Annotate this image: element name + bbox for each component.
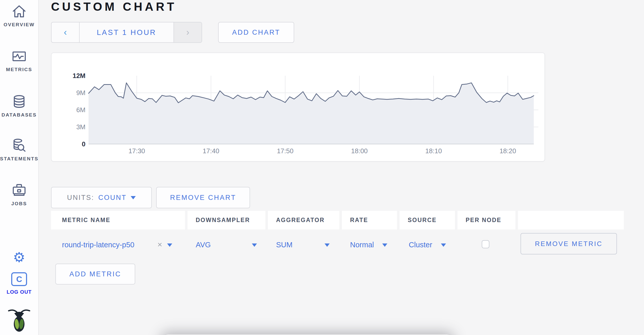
time-range-selector: ‹ LAST 1 HOUR ›: [51, 22, 202, 43]
svg-text:17:50: 17:50: [277, 147, 293, 155]
column-header-per-node: PER NODE: [457, 211, 515, 229]
sidebar-item-jobs[interactable]: JOBS: [0, 183, 38, 207]
svg-text:3M: 3M: [76, 123, 85, 131]
svg-text:18:20: 18:20: [500, 147, 516, 155]
main-content: CUSTOM CHART ‹ LAST 1 HOUR › ADD CHART 0…: [39, 0, 644, 335]
rate-chevron-down-icon[interactable]: [382, 243, 387, 247]
cockroach-bug-logo: [0, 307, 38, 333]
cockroach-bug-icon: [8, 307, 31, 333]
sidebar-item-logout[interactable]: C LOG OUT: [0, 272, 38, 295]
svg-text:9M: 9M: [76, 89, 85, 97]
svg-text:6M: 6M: [76, 106, 85, 114]
jobs-icon: [11, 183, 27, 198]
time-range-next-button[interactable]: ›: [174, 22, 202, 42]
time-range-label[interactable]: LAST 1 HOUR: [80, 22, 174, 42]
column-header-metric-name: METRIC NAME: [51, 211, 185, 229]
units-dropdown[interactable]: UNITS: COUNT: [51, 187, 152, 208]
statements-icon: [11, 138, 27, 153]
gear-icon: ⚙: [0, 250, 38, 264]
units-selected-value: COUNT: [98, 194, 127, 202]
home-icon: [11, 4, 27, 19]
time-range-prev-button[interactable]: ‹: [52, 22, 80, 42]
sidebar-item-databases[interactable]: DATABASES: [0, 94, 38, 118]
column-header-aggregator: AGGREGATOR: [268, 211, 339, 229]
column-header-actions: [518, 211, 624, 229]
sidebar-item-label: METRICS: [0, 67, 38, 72]
sidebar-item-label: OVERVIEW: [0, 22, 38, 28]
clear-metric-icon[interactable]: ×: [157, 240, 162, 249]
cockroach-c-logo-icon: C: [11, 272, 27, 286]
sidebar-item-label: STATEMENTS: [0, 156, 38, 162]
sidebar-item-label: JOBS: [0, 201, 38, 207]
chevron-down-icon: [131, 196, 136, 199]
svg-text:18:00: 18:00: [351, 147, 368, 155]
sidebar-item-metrics[interactable]: METRICS: [0, 48, 38, 72]
column-header-source: SOURCE: [400, 211, 455, 229]
source-chevron-down-icon[interactable]: [441, 243, 446, 247]
column-header-rate: RATE: [342, 211, 397, 229]
svg-text:0: 0: [82, 140, 85, 148]
downsampler-select[interactable]: AVG: [196, 241, 211, 249]
custom-chart-card: 03M6M9M12M17:3017:4017:5018:0018:1018:20: [51, 53, 545, 162]
remove-metric-button[interactable]: REMOVE METRIC: [521, 233, 617, 254]
svg-text:17:40: 17:40: [203, 147, 219, 155]
metrics-icon: [11, 48, 27, 64]
add-chart-button[interactable]: ADD CHART: [218, 22, 294, 43]
rate-select[interactable]: Normal: [350, 241, 374, 249]
units-prefix-label: UNITS:: [67, 194, 94, 202]
aggregator-chevron-down-icon[interactable]: [325, 243, 330, 247]
remove-chart-button[interactable]: REMOVE CHART: [156, 187, 250, 208]
add-metric-button[interactable]: ADD METRIC: [55, 264, 135, 285]
column-header-downsampler: DOWNSAMPLER: [188, 211, 265, 229]
metric-name-chevron-down-icon[interactable]: [167, 243, 172, 247]
source-select[interactable]: Cluster: [409, 241, 432, 249]
sidebar-item-settings[interactable]: ⚙: [0, 250, 38, 264]
downsampler-chevron-down-icon[interactable]: [252, 243, 257, 247]
sidebar-item-label: DATABASES: [0, 112, 38, 118]
per-node-checkbox[interactable]: [482, 240, 489, 248]
logout-label: LOG OUT: [0, 289, 38, 295]
sidebar-item-overview[interactable]: OVERVIEW: [0, 4, 38, 28]
page-title: CUSTOM CHART: [51, 0, 177, 14]
latency-area-chart: 03M6M9M12M17:3017:4017:5018:0018:1018:20: [52, 53, 544, 161]
databases-icon: [11, 94, 27, 110]
svg-text:18:10: 18:10: [425, 147, 442, 155]
svg-text:12M: 12M: [72, 72, 85, 80]
svg-text:17:30: 17:30: [129, 147, 145, 155]
sidebar: OVERVIEW METRICS DATABASES: [0, 0, 39, 335]
sidebar-item-statements[interactable]: STATEMENTS: [0, 138, 38, 162]
metric-name-value[interactable]: round-trip-latency-p50: [62, 241, 134, 249]
aggregator-select[interactable]: SUM: [276, 241, 292, 249]
